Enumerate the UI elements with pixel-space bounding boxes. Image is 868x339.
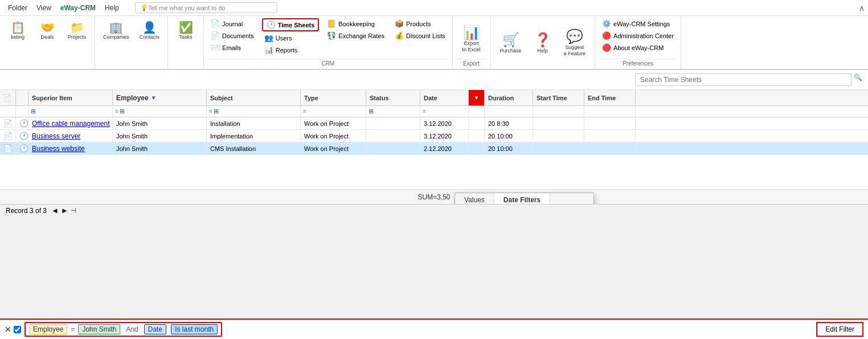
nav-companies[interactable]: 🏢 Companies xyxy=(99,18,134,67)
menu-help[interactable]: Help xyxy=(100,3,124,13)
filter-status[interactable]: ⊞ xyxy=(366,106,420,117)
menu-folder[interactable]: Folder xyxy=(3,3,32,13)
nav-prev[interactable]: ◄ xyxy=(51,206,59,215)
filter-type[interactable]: = xyxy=(301,106,366,117)
header-start: Start Time xyxy=(533,90,584,105)
btn-bookkeeping[interactable]: 📒 Bookkeeping xyxy=(325,18,387,29)
btn-journal[interactable]: 📄 Journal xyxy=(208,18,256,29)
record-info: Record 3 of 3 xyxy=(6,207,47,215)
row2-duration: 20 10:00 xyxy=(485,130,533,142)
filter-value-employee: John Smith xyxy=(78,324,120,334)
menu-view[interactable]: View xyxy=(32,3,56,13)
btn-products[interactable]: 📦 Products xyxy=(392,18,447,29)
btn-users[interactable]: 👥 Users xyxy=(262,32,320,43)
row2-superior[interactable]: Business server xyxy=(28,130,113,142)
nav-contacts[interactable]: 👤 Contacts xyxy=(135,18,165,67)
ribbon-section-purchase: 🛒 Purchase ❓ Help 💬 Suggesta Feature xyxy=(491,16,596,69)
nav-deals[interactable]: 🤝 Deals xyxy=(33,18,62,67)
btn-export-excel[interactable]: 📊 Exportto Excel xyxy=(457,22,486,55)
btn-eway-settings[interactable]: ⚙️ eWay-CRM Settings xyxy=(600,18,676,29)
row3-icon1: 📄 xyxy=(0,142,16,154)
table-row[interactable]: 📄 🕐 Business server John Smith Implement… xyxy=(0,130,868,142)
header-icon1: 📄 xyxy=(0,90,16,105)
table-area: 📄 Superior Item Employee ▼ Subject Type … xyxy=(0,90,868,204)
filter-date[interactable]: = xyxy=(420,106,469,117)
btn-emails[interactable]: ✉️ Emails xyxy=(208,42,256,53)
filter-superior[interactable]: ⊞ xyxy=(28,106,113,117)
row2-subject: Implementation xyxy=(207,130,301,142)
btn-admin-center[interactable]: 🔴 Administration Center xyxy=(600,30,676,41)
btn-about[interactable]: 🔴 About eWay-CRM xyxy=(600,42,676,53)
row3-icon2: 🕐 xyxy=(16,142,28,154)
filter-icon1 xyxy=(0,106,16,117)
row1-duration: 20 8:30 xyxy=(485,117,533,129)
nav-projects[interactable]: 📁 Projects xyxy=(63,18,91,67)
header-filter-active-btn[interactable]: ▼ xyxy=(469,90,485,105)
filter-end xyxy=(584,106,636,117)
filter-enable-checkbox[interactable] xyxy=(14,326,21,333)
ribbon-section-contacts: 🏢 Companies 👤 Contacts xyxy=(95,16,168,69)
menu-eway-crm[interactable]: eWay-CRM xyxy=(56,3,100,13)
filter-tabs: Values Date Filters xyxy=(455,193,593,204)
row1-employee: John Smith xyxy=(113,117,207,129)
row2-status xyxy=(366,130,420,142)
btn-exchange[interactable]: 💱 Exchange Rates xyxy=(325,30,387,41)
ribbon-section-crm: 📄 Journal 📄 Documents ✉️ Emails � xyxy=(204,16,452,69)
status-bar: Record 3 of 3 ◄ ► ⊣ xyxy=(0,204,868,217)
grid-header: 📄 Superior Item Employee ▼ Subject Type … xyxy=(0,90,868,106)
row1-type: Work on Project xyxy=(301,117,366,129)
header-end: End Time xyxy=(584,90,636,105)
row3-type: Work on Project xyxy=(301,142,366,154)
table-row[interactable]: 📄 🕐 Business website John Smith CMS Inst… xyxy=(0,142,868,155)
btn-help[interactable]: ❓ Help xyxy=(529,30,557,56)
row3-employee: John Smith xyxy=(113,142,207,154)
table-row[interactable]: 📄 🕐 Office cable management John Smith I… xyxy=(0,117,868,130)
row2-icon1: 📄 xyxy=(0,130,16,142)
filter-close-btn[interactable]: ✕ xyxy=(5,325,11,334)
btn-discount[interactable]: 💰 Discount Lists xyxy=(392,30,447,41)
btn-reports[interactable]: 📊 Reports xyxy=(262,44,320,55)
row2-end xyxy=(584,130,636,142)
filter-op-employee: = xyxy=(71,325,75,333)
filter-tags-wrapper: Employee = John Smith And Date Is last m… xyxy=(24,322,222,337)
tab-values[interactable]: Values xyxy=(455,193,494,204)
filter-start xyxy=(533,106,584,117)
tell-me-input[interactable]: 💡 Tell me what you want to do xyxy=(135,2,277,13)
crm-section-label: CRM xyxy=(208,59,447,67)
search-input[interactable] xyxy=(635,73,851,86)
row3-date: 2.12.2020 xyxy=(420,142,469,154)
ribbon: Folder View eWay-CRM Help 💡 Tell me what… xyxy=(0,0,868,70)
filter-tag-employee: Employee xyxy=(29,324,67,334)
nav-last[interactable]: ⊣ xyxy=(71,207,76,214)
ribbon-collapse-btn[interactable]: ∧ xyxy=(859,3,865,13)
btn-purchase[interactable]: 🛒 Purchase xyxy=(496,30,526,56)
nav-buttons: 📋 keting 🤝 Deals 📁 Projects xyxy=(3,18,91,67)
ribbon-top-bar: Folder View eWay-CRM Help 💡 Tell me what… xyxy=(0,0,868,16)
header-icon2 xyxy=(16,90,28,105)
nav-tasks[interactable]: ✅ Tasks xyxy=(171,18,200,67)
row2-start xyxy=(533,130,584,142)
row1-superior[interactable]: Office cable management xyxy=(28,117,113,129)
edit-filter-btn[interactable]: Edit Filter xyxy=(816,322,863,337)
filter-subject[interactable]: = ⊞ xyxy=(207,106,301,117)
nav-marketing[interactable]: 📋 keting xyxy=(3,18,32,67)
filter-employee[interactable]: = ⊞ xyxy=(113,106,207,117)
row2-date: 3.12.2020 xyxy=(420,130,469,142)
ribbon-main: 📋 keting 🤝 Deals 📁 Projects 🏢 Companies xyxy=(0,16,868,70)
row3-duration: 20 10:00 xyxy=(485,142,533,154)
tab-date-filters[interactable]: Date Filters xyxy=(494,193,550,204)
search-icon[interactable]: 🔍 xyxy=(854,73,862,86)
row3-superior[interactable]: Business website xyxy=(28,142,113,154)
nav-next[interactable]: ► xyxy=(61,206,68,215)
row3-subject: CMS Installation xyxy=(207,142,301,154)
row1-icon1: 📄 xyxy=(0,117,16,129)
employee-filter-icon[interactable]: ▼ xyxy=(151,95,157,101)
row3-start xyxy=(533,142,584,154)
sum-bar: SUM=3,50 xyxy=(0,189,868,204)
header-status: Status xyxy=(366,90,420,105)
header-employee: Employee ▼ xyxy=(113,90,207,105)
row3-end xyxy=(584,142,636,154)
btn-suggest[interactable]: 💬 Suggesta Feature xyxy=(559,26,591,59)
btn-timesheets[interactable]: 🕐 Time Sheets xyxy=(262,18,320,31)
btn-documents[interactable]: 📄 Documents xyxy=(208,30,256,41)
